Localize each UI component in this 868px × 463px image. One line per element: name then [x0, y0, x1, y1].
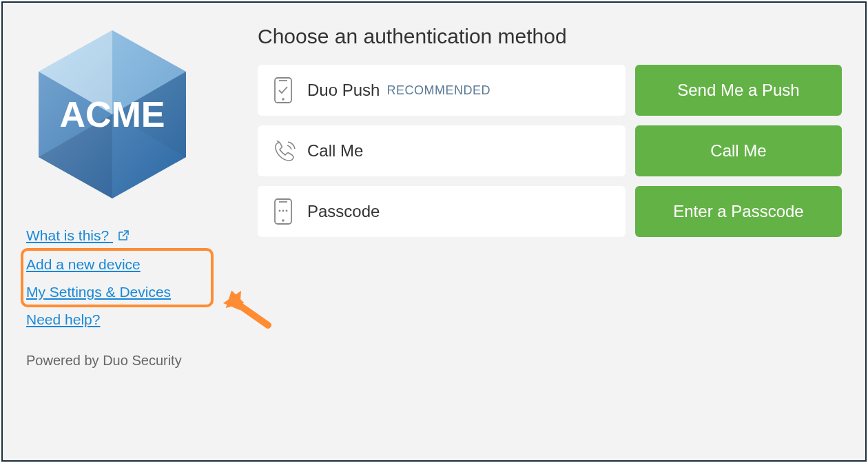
method-info: Call Me: [258, 125, 626, 176]
method-label: Duo Push: [307, 81, 380, 100]
auth-method-push: Duo Push RECOMMENDED Send Me a Push: [258, 65, 842, 116]
link-label: What is this?: [26, 227, 109, 243]
main-panel: Choose an authentication method Duo Push…: [233, 25, 842, 438]
powered-by-text: Powered by Duo Security: [26, 353, 233, 369]
svg-text:ACME: ACME: [59, 94, 165, 134]
auth-prompt-frame: ACME What is this? Add a new device My S…: [1, 1, 867, 462]
svg-point-12: [282, 98, 285, 101]
add-device-link[interactable]: Add a new device: [26, 251, 141, 278]
method-info: Passcode: [258, 186, 626, 237]
sidebar: ACME What is this? Add a new device My S…: [26, 25, 233, 438]
method-label: Call Me: [307, 141, 363, 161]
external-link-icon: [117, 223, 129, 251]
need-help-link[interactable]: Need help?: [26, 306, 100, 333]
auth-method-call: Call Me Call Me: [258, 125, 842, 176]
svg-point-16: [279, 210, 281, 212]
phone-call-icon: [273, 138, 302, 163]
svg-point-17: [282, 210, 285, 212]
svg-point-15: [282, 219, 285, 222]
call-me-button[interactable]: Call Me: [635, 125, 842, 176]
brand-logo: ACME: [33, 25, 233, 207]
phone-passcode-icon: [273, 198, 302, 225]
svg-point-18: [286, 210, 288, 212]
page-title: Choose an authentication method: [258, 25, 842, 48]
send-push-button[interactable]: Send Me a Push: [635, 65, 842, 116]
enter-passcode-button[interactable]: Enter a Passcode: [635, 186, 842, 237]
recommended-badge: RECOMMENDED: [386, 83, 490, 98]
sidebar-links: What is this? Add a new device My Settin…: [26, 222, 233, 333]
my-settings-link[interactable]: My Settings & Devices: [26, 278, 171, 306]
auth-method-passcode: Passcode Enter a Passcode: [258, 186, 842, 237]
phone-check-icon: [273, 76, 302, 104]
hexagon-logo-icon: ACME: [33, 25, 192, 204]
method-label: Passcode: [307, 202, 380, 221]
what-is-this-link[interactable]: What is this?: [26, 222, 129, 251]
method-info: Duo Push RECOMMENDED: [258, 65, 626, 116]
